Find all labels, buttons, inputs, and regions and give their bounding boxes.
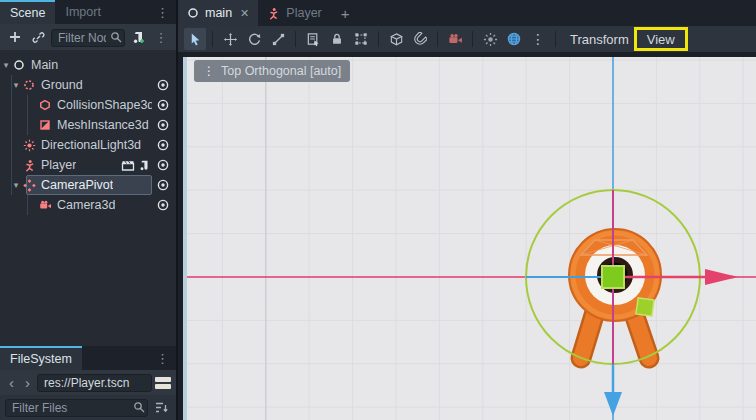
tab-scene-label: Scene [10,6,45,20]
lock-icon [330,32,344,46]
scene-dock-tabbar: Scene Import ⋮ [0,0,176,24]
instanced-scene-icon[interactable] [120,157,136,173]
group-icon [354,32,368,46]
move-icon [223,32,238,47]
visibility-eye-icon[interactable] [154,156,172,174]
instance-scene-button[interactable] [28,27,48,47]
filter-files-search [5,398,148,417]
spatial-toolbar: ⋮ Transform View [178,26,756,52]
static-body-3d-icon [22,78,36,92]
list-select-button[interactable] [302,28,324,50]
filesystem-tabbar: FileSystem ⋮ [0,346,176,370]
link-icon [31,30,46,45]
tree-row-ground[interactable]: ▾ Ground [0,75,176,95]
local-space-toggle[interactable] [385,28,407,50]
move-tool-button[interactable] [219,28,241,50]
view-options-menu-button[interactable]: ⋮ [527,28,549,50]
visibility-eye-icon[interactable] [154,136,172,154]
node-label: CollisionShape3d [57,98,152,112]
node-label: Main [31,58,58,72]
group-nodes-button[interactable] [350,28,372,50]
scene-tab-strip: main ✕ Player + [178,0,756,26]
scene-tab-label: Player [286,6,321,20]
node-label: Ground [41,78,83,92]
visibility-eye-icon[interactable] [154,176,172,194]
magnet-icon [413,32,427,46]
tree-row-main[interactable]: ▾ Main [0,55,176,75]
attach-script-button[interactable] [128,27,148,47]
tab-scene[interactable]: Scene [0,0,55,24]
preview-sunlight-toggle[interactable] [479,28,501,50]
sort-icon [154,401,168,414]
godot-editor-window: Scene Import ⋮ [0,0,756,420]
scene-tab-player[interactable]: Player [258,0,330,26]
scene-tab-label: main [205,6,232,20]
search-icon [133,401,145,413]
tab-import-label: Import [65,5,100,19]
collapse-arrow[interactable]: ▾ [0,60,12,70]
gizmo-plane-handle[interactable] [636,298,654,316]
snap-toggle[interactable] [409,28,431,50]
environment-globe-icon [506,31,522,47]
history-forward-button[interactable]: › [21,375,34,390]
viewport-view-label[interactable]: ⋮ Top Orthogonal [auto] [194,60,350,82]
tree-row-directionallight3d[interactable]: DirectionalLight3d [0,135,176,155]
close-tab-icon[interactable]: ✕ [238,7,249,20]
lock-node-button[interactable] [326,28,348,50]
filter-files-input[interactable] [5,399,148,417]
collapse-arrow[interactable]: ▾ [10,80,22,90]
scene-tree-menu-button[interactable]: ⋮ [151,27,171,47]
scene-tab-main[interactable]: main ✕ [178,0,258,26]
list-select-icon [306,32,321,47]
node-label: DirectionalLight3d [41,138,141,152]
node-icon [12,58,26,72]
current-path-field[interactable] [37,374,152,392]
mesh-instance-3d-icon [38,118,52,132]
toggle-split-mode-icon[interactable] [155,376,171,390]
tab-import[interactable]: Import [55,0,110,24]
add-node-button[interactable] [5,27,25,47]
filesystem-filter-bar [0,395,176,420]
new-scene-tab-button[interactable]: + [331,0,360,26]
transform-menu[interactable]: Transform [562,28,637,50]
viewport-3d[interactable]: ⋮ Top Orthogonal [auto] [178,52,756,420]
scene-dock-menu-button[interactable]: ⋮ [149,0,176,24]
view-menu[interactable]: View [639,28,683,50]
plus-icon [8,30,22,44]
visibility-eye-icon[interactable] [154,116,172,134]
node-label: Camera3d [57,198,115,212]
node-label: Player [41,158,76,172]
visibility-eye-icon[interactable] [154,96,172,114]
directional-light-3d-icon [22,138,36,152]
history-back-button[interactable]: ‹ [5,375,18,390]
marker-3d-icon [22,178,36,192]
tree-row-camerapivot[interactable]: ▾ CameraPivot [0,175,176,195]
script-icon[interactable] [136,157,152,173]
preview-environment-toggle[interactable] [503,28,525,50]
cube-icon [389,32,404,47]
filesystem-menu-button[interactable]: ⋮ [149,346,176,370]
tree-row-player[interactable]: Player [0,155,176,175]
node-label: CameraPivot [41,178,113,192]
view-label-menu-icon[interactable]: ⋮ [203,64,215,78]
visibility-eye-icon[interactable] [154,76,172,94]
filter-node-search [51,28,125,47]
tree-row-meshinstance3d[interactable]: MeshInstance3d [0,115,176,135]
tab-filesystem[interactable]: FileSystem [0,346,82,370]
gizmo-center-handle[interactable] [602,266,624,288]
scene-toolbar: ⋮ [0,24,176,50]
collapse-arrow[interactable]: ▾ [10,180,22,190]
tree-row-camera3d[interactable]: Camera3d [0,195,176,215]
tree-row-collisionshape3d[interactable]: CollisionShape3d [0,95,176,115]
select-tool-button[interactable] [184,28,206,50]
visibility-eye-icon[interactable] [154,196,172,214]
character-body-3d-icon [267,7,280,20]
rotate-tool-button[interactable] [243,28,265,50]
camera-override-toggle[interactable] [444,28,466,50]
scale-tool-button[interactable] [267,28,289,50]
scale-icon [271,32,286,47]
character-body-3d-icon [22,158,36,172]
filesystem-dock: FileSystem ⋮ ‹ › [0,346,176,420]
scene-tree: ▾ Main ▾ Ground [0,50,176,346]
file-sort-button[interactable] [151,398,171,418]
